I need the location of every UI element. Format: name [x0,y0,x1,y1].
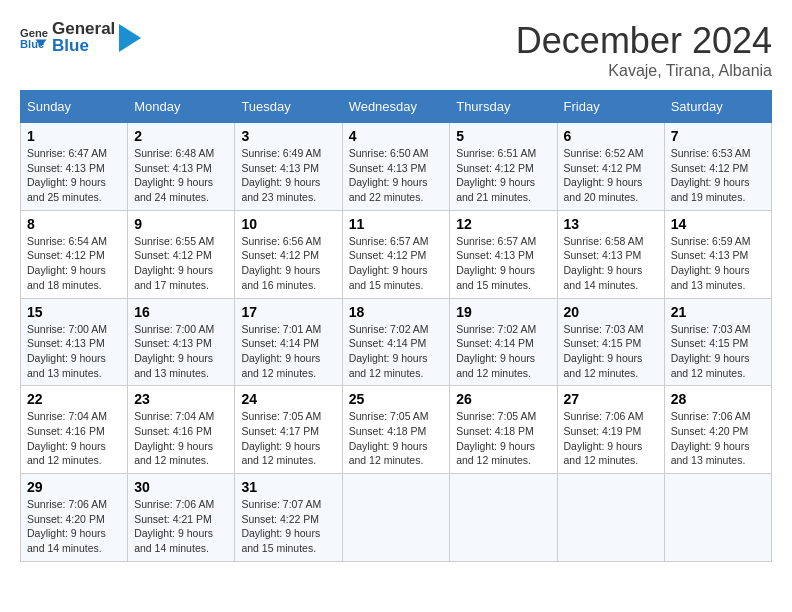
day-detail: Sunrise: 7:03 AMSunset: 4:15 PMDaylight:… [564,323,644,379]
day-number: 27 [564,391,658,407]
day-detail: Sunrise: 6:55 AMSunset: 4:12 PMDaylight:… [134,235,214,291]
svg-text:Blue: Blue [20,37,44,49]
day-number: 7 [671,128,765,144]
calendar-cell: 25 Sunrise: 7:05 AMSunset: 4:18 PMDaylig… [342,386,450,474]
day-number: 30 [134,479,228,495]
day-number: 18 [349,304,444,320]
day-detail: Sunrise: 7:02 AMSunset: 4:14 PMDaylight:… [349,323,429,379]
calendar-cell [557,474,664,562]
weekday-saturday: Saturday [664,91,771,123]
day-detail: Sunrise: 6:49 AMSunset: 4:13 PMDaylight:… [241,147,321,203]
day-detail: Sunrise: 7:06 AMSunset: 4:19 PMDaylight:… [564,410,644,466]
weekday-sunday: Sunday [21,91,128,123]
calendar-cell: 27 Sunrise: 7:06 AMSunset: 4:19 PMDaylig… [557,386,664,474]
day-number: 24 [241,391,335,407]
day-detail: Sunrise: 6:58 AMSunset: 4:13 PMDaylight:… [564,235,644,291]
calendar-cell: 14 Sunrise: 6:59 AMSunset: 4:13 PMDaylig… [664,210,771,298]
day-detail: Sunrise: 7:03 AMSunset: 4:15 PMDaylight:… [671,323,751,379]
calendar-cell: 4 Sunrise: 6:50 AMSunset: 4:13 PMDayligh… [342,123,450,211]
day-detail: Sunrise: 7:04 AMSunset: 4:16 PMDaylight:… [27,410,107,466]
calendar-cell: 5 Sunrise: 6:51 AMSunset: 4:12 PMDayligh… [450,123,557,211]
weekday-header-row: SundayMondayTuesdayWednesdayThursdayFrid… [21,91,772,123]
day-detail: Sunrise: 6:54 AMSunset: 4:12 PMDaylight:… [27,235,107,291]
day-number: 6 [564,128,658,144]
day-detail: Sunrise: 7:07 AMSunset: 4:22 PMDaylight:… [241,498,321,554]
day-number: 31 [241,479,335,495]
day-detail: Sunrise: 7:04 AMSunset: 4:16 PMDaylight:… [134,410,214,466]
day-number: 1 [27,128,121,144]
calendar-cell: 31 Sunrise: 7:07 AMSunset: 4:22 PMDaylig… [235,474,342,562]
calendar-cell: 24 Sunrise: 7:05 AMSunset: 4:17 PMDaylig… [235,386,342,474]
calendar-cell: 28 Sunrise: 7:06 AMSunset: 4:20 PMDaylig… [664,386,771,474]
day-detail: Sunrise: 6:57 AMSunset: 4:13 PMDaylight:… [456,235,536,291]
weekday-wednesday: Wednesday [342,91,450,123]
day-detail: Sunrise: 6:52 AMSunset: 4:12 PMDaylight:… [564,147,644,203]
day-detail: Sunrise: 6:56 AMSunset: 4:12 PMDaylight:… [241,235,321,291]
day-detail: Sunrise: 7:00 AMSunset: 4:13 PMDaylight:… [134,323,214,379]
day-number: 19 [456,304,550,320]
calendar-cell: 15 Sunrise: 7:00 AMSunset: 4:13 PMDaylig… [21,298,128,386]
calendar-cell: 1 Sunrise: 6:47 AMSunset: 4:13 PMDayligh… [21,123,128,211]
logo-icon: General Blue [20,24,48,52]
day-number: 22 [27,391,121,407]
title-block: December 2024 Kavaje, Tirana, Albania [516,20,772,80]
day-detail: Sunrise: 6:48 AMSunset: 4:13 PMDaylight:… [134,147,214,203]
day-number: 12 [456,216,550,232]
day-number: 9 [134,216,228,232]
calendar-cell [664,474,771,562]
day-number: 10 [241,216,335,232]
day-number: 4 [349,128,444,144]
day-detail: Sunrise: 7:00 AMSunset: 4:13 PMDaylight:… [27,323,107,379]
calendar-cell: 23 Sunrise: 7:04 AMSunset: 4:16 PMDaylig… [128,386,235,474]
day-detail: Sunrise: 6:59 AMSunset: 4:13 PMDaylight:… [671,235,751,291]
calendar-cell: 22 Sunrise: 7:04 AMSunset: 4:16 PMDaylig… [21,386,128,474]
logo-triangle-icon [119,24,141,52]
day-detail: Sunrise: 6:53 AMSunset: 4:12 PMDaylight:… [671,147,751,203]
day-number: 23 [134,391,228,407]
day-detail: Sunrise: 7:02 AMSunset: 4:14 PMDaylight:… [456,323,536,379]
day-number: 11 [349,216,444,232]
calendar-cell: 2 Sunrise: 6:48 AMSunset: 4:13 PMDayligh… [128,123,235,211]
day-number: 28 [671,391,765,407]
day-number: 17 [241,304,335,320]
day-detail: Sunrise: 7:05 AMSunset: 4:18 PMDaylight:… [456,410,536,466]
calendar-cell: 17 Sunrise: 7:01 AMSunset: 4:14 PMDaylig… [235,298,342,386]
calendar-cell: 20 Sunrise: 7:03 AMSunset: 4:15 PMDaylig… [557,298,664,386]
day-number: 21 [671,304,765,320]
calendar-week-3: 15 Sunrise: 7:00 AMSunset: 4:13 PMDaylig… [21,298,772,386]
calendar-cell: 12 Sunrise: 6:57 AMSunset: 4:13 PMDaylig… [450,210,557,298]
weekday-tuesday: Tuesday [235,91,342,123]
day-number: 29 [27,479,121,495]
calendar-cell: 18 Sunrise: 7:02 AMSunset: 4:14 PMDaylig… [342,298,450,386]
day-number: 2 [134,128,228,144]
day-detail: Sunrise: 7:06 AMSunset: 4:21 PMDaylight:… [134,498,214,554]
day-detail: Sunrise: 6:50 AMSunset: 4:13 PMDaylight:… [349,147,429,203]
weekday-thursday: Thursday [450,91,557,123]
calendar-cell: 8 Sunrise: 6:54 AMSunset: 4:12 PMDayligh… [21,210,128,298]
calendar-cell: 21 Sunrise: 7:03 AMSunset: 4:15 PMDaylig… [664,298,771,386]
svg-marker-3 [119,24,141,52]
calendar-cell: 19 Sunrise: 7:02 AMSunset: 4:14 PMDaylig… [450,298,557,386]
day-detail: Sunrise: 6:51 AMSunset: 4:12 PMDaylight:… [456,147,536,203]
logo: General Blue General Blue [20,20,141,55]
day-number: 13 [564,216,658,232]
calendar-cell [450,474,557,562]
page-header: General Blue General Blue December 2024 … [20,20,772,80]
calendar-cell: 10 Sunrise: 6:56 AMSunset: 4:12 PMDaylig… [235,210,342,298]
calendar-cell: 29 Sunrise: 7:06 AMSunset: 4:20 PMDaylig… [21,474,128,562]
calendar-week-1: 1 Sunrise: 6:47 AMSunset: 4:13 PMDayligh… [21,123,772,211]
logo-blue: Blue [52,37,115,56]
day-detail: Sunrise: 6:47 AMSunset: 4:13 PMDaylight:… [27,147,107,203]
calendar-week-2: 8 Sunrise: 6:54 AMSunset: 4:12 PMDayligh… [21,210,772,298]
calendar-cell: 3 Sunrise: 6:49 AMSunset: 4:13 PMDayligh… [235,123,342,211]
day-detail: Sunrise: 6:57 AMSunset: 4:12 PMDaylight:… [349,235,429,291]
calendar-cell: 16 Sunrise: 7:00 AMSunset: 4:13 PMDaylig… [128,298,235,386]
calendar-body: 1 Sunrise: 6:47 AMSunset: 4:13 PMDayligh… [21,123,772,562]
calendar-cell: 11 Sunrise: 6:57 AMSunset: 4:12 PMDaylig… [342,210,450,298]
calendar-cell: 9 Sunrise: 6:55 AMSunset: 4:12 PMDayligh… [128,210,235,298]
location-subtitle: Kavaje, Tirana, Albania [516,62,772,80]
month-title: December 2024 [516,20,772,62]
svg-text:General: General [20,26,48,38]
day-number: 16 [134,304,228,320]
calendar-cell: 30 Sunrise: 7:06 AMSunset: 4:21 PMDaylig… [128,474,235,562]
